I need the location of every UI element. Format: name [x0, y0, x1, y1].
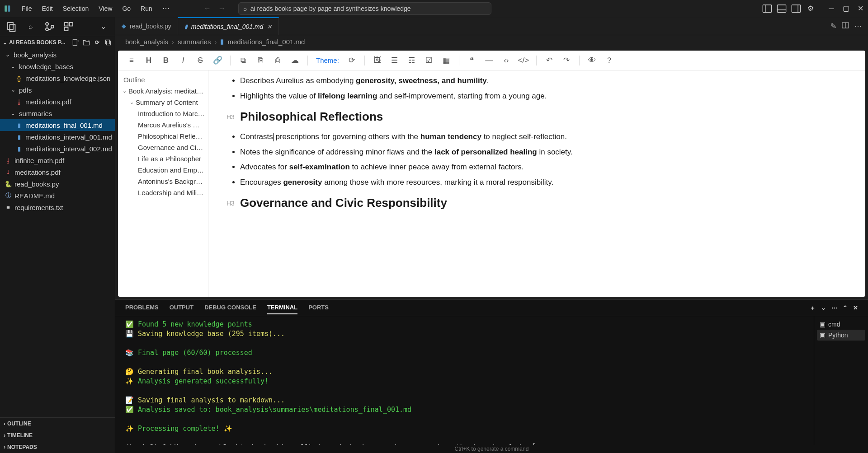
outline-item[interactable]: ⌄Summary of Content: [118, 97, 208, 108]
menu-edit[interactable]: Edit: [38, 3, 57, 14]
window-maximize-icon[interactable]: ▢: [842, 5, 850, 13]
section-timeline[interactable]: › TIMELINE: [0, 430, 115, 441]
terminal-session-python[interactable]: ▣ Python: [817, 330, 865, 341]
image-icon[interactable]: 🖼: [371, 54, 384, 67]
sync-icon[interactable]: ⟳: [345, 54, 358, 67]
folder-book-analysis[interactable]: ⌄book_analysis: [0, 49, 115, 61]
source-control-tab-icon[interactable]: [44, 21, 55, 32]
nav-forward-icon[interactable]: →: [217, 3, 227, 14]
chevron-down-icon[interactable]: ⌄: [98, 21, 108, 32]
outline-item[interactable]: Education and Emp…: [118, 164, 208, 176]
outline-item[interactable]: Introduction to Marc…: [118, 108, 208, 119]
close-panel-icon[interactable]: ✕: [853, 304, 858, 311]
refresh-icon[interactable]: ⟳: [93, 38, 101, 47]
layout-left-icon[interactable]: [762, 4, 772, 14]
file-meditations-pdf[interactable]: ⭳meditations.pdf: [0, 96, 115, 107]
command-center-search[interactable]: ⌕ ai reads books page by page and synthe…: [238, 2, 491, 15]
menu-go[interactable]: Go: [118, 3, 135, 14]
file-readme[interactable]: ⓘREADME.md: [0, 190, 115, 201]
terminal-more-icon[interactable]: ⋯: [831, 304, 837, 311]
layout-bottom-icon[interactable]: [777, 4, 787, 14]
window-close-icon[interactable]: ✕: [856, 5, 864, 13]
cloud-icon[interactable]: ☁: [288, 54, 301, 67]
menu-run[interactable]: Run: [136, 3, 157, 14]
folder-summaries[interactable]: ⌄summaries: [0, 107, 115, 119]
bold-icon[interactable]: B: [160, 54, 172, 67]
new-terminal-icon[interactable]: ＋: [810, 304, 816, 312]
split-editor-icon[interactable]: [842, 22, 849, 31]
more-actions-icon[interactable]: ⋯: [854, 22, 862, 30]
outline-item[interactable]: Leadership and Mili…: [118, 187, 208, 198]
copy-icon[interactable]: ⎘: [254, 54, 267, 67]
terminal-output[interactable]: ✅ Found 5 new knowledge points💾 Saving k…: [115, 316, 814, 445]
folder-pdfs[interactable]: ⌄pdfs: [0, 84, 115, 96]
code-icon[interactable]: ‹›: [500, 54, 513, 67]
file-meditations-interval-1[interactable]: ▮meditations_interval_001.md: [0, 131, 115, 143]
file-meditations-interval-2[interactable]: ▮meditations_interval_002.md: [0, 143, 115, 154]
strikethrough-icon[interactable]: S: [194, 54, 207, 67]
file-meditations-final[interactable]: ▮meditations_final_001.md: [0, 119, 115, 131]
markdown-content[interactable]: Describes Aurelius as embodying generosi…: [208, 70, 865, 297]
panel-tab-ports[interactable]: PORTS: [308, 301, 329, 314]
file-knowledge-json[interactable]: {}meditations_knowledge.json: [0, 72, 115, 84]
ul-icon[interactable]: ☰: [388, 54, 401, 67]
nav-back-icon[interactable]: ←: [202, 3, 213, 14]
preview-icon[interactable]: 👁: [586, 54, 599, 67]
maximize-panel-icon[interactable]: ⌃: [843, 304, 848, 311]
undo-icon[interactable]: ↶: [543, 54, 556, 67]
menu-file[interactable]: File: [17, 3, 37, 14]
redo-icon[interactable]: ↷: [560, 54, 573, 67]
panel-tab-output[interactable]: OUTPUT: [170, 301, 193, 314]
panel-tab-debug-console[interactable]: DEBUG CONSOLE: [204, 301, 256, 314]
file-read-books-py[interactable]: 🐍read_books.py: [0, 178, 115, 190]
print-icon[interactable]: ⎙: [271, 54, 284, 67]
help-icon[interactable]: ？: [603, 54, 616, 67]
close-tab-icon[interactable]: ✕: [267, 23, 272, 30]
outline-item[interactable]: Life as a Philosopher: [118, 153, 208, 164]
outline-item[interactable]: Marcus Aurelius's …: [118, 119, 208, 131]
folder-knowledge-bases[interactable]: ⌄knowledge_bases: [0, 61, 115, 72]
edit-action-icon[interactable]: ✎: [830, 22, 836, 30]
menu-overflow-icon[interactable]: ⋯: [159, 2, 173, 14]
align-icon[interactable]: ≡: [125, 54, 138, 67]
extensions-tab-icon[interactable]: [63, 21, 74, 32]
panel-tab-terminal[interactable]: TERMINAL: [267, 301, 297, 314]
breadcrumb[interactable]: book_analysis› summaries› ▮ meditations_…: [115, 35, 868, 48]
terminal-dropdown-icon[interactable]: ⌄: [821, 304, 826, 311]
ol-icon[interactable]: ☶: [406, 54, 418, 67]
checkbox-icon[interactable]: ☑: [423, 54, 435, 67]
menu-view[interactable]: View: [94, 3, 117, 14]
section-outline[interactable]: › OUTLINE: [0, 418, 115, 430]
table-icon[interactable]: ▦: [440, 54, 453, 67]
vscode-icon[interactable]: ⧉: [237, 54, 250, 67]
file-infinite-math[interactable]: ⭳infinite_math.pdf: [0, 154, 115, 166]
new-folder-icon[interactable]: [82, 38, 90, 47]
outline-item[interactable]: Governance and Ci…: [118, 142, 208, 153]
new-file-icon[interactable]: [71, 38, 80, 47]
outline-item[interactable]: Antoninus's Backgr…: [118, 176, 208, 187]
search-tab-icon[interactable]: ⌕: [25, 21, 36, 32]
hr-icon[interactable]: —: [483, 54, 495, 67]
italic-icon[interactable]: I: [177, 54, 189, 67]
outline-item[interactable]: Philosophical Refle…: [118, 131, 208, 142]
settings-gear-icon[interactable]: ⚙: [806, 4, 816, 14]
quote-icon[interactable]: ❝: [466, 54, 478, 67]
layout-right-icon[interactable]: [791, 4, 801, 14]
file-requirements[interactable]: ≡requirements.txt: [0, 201, 115, 213]
menu-selection[interactable]: Selection: [58, 3, 94, 14]
panel-tab-problems[interactable]: PROBLEMS: [125, 301, 159, 314]
tab-meditations-final[interactable]: ▮ meditations_final_001.md ✕: [178, 17, 279, 35]
codeblock-icon[interactable]: </>: [517, 54, 530, 67]
section-notepads[interactable]: › NOTEPADS: [0, 441, 115, 453]
outline-item[interactable]: ⌄Book Analysis: meditat…: [118, 85, 208, 97]
heading-icon[interactable]: H: [142, 54, 155, 67]
tab-read-books[interactable]: ◆ read_books.py: [115, 17, 178, 35]
window-minimize-icon[interactable]: ─: [827, 5, 835, 13]
explorer-tab-icon[interactable]: [6, 21, 17, 32]
chevron-down-icon[interactable]: ⌄: [3, 39, 7, 46]
theme-label[interactable]: Theme:: [314, 56, 341, 64]
terminal-session-cmd[interactable]: ▣ cmd: [817, 319, 865, 330]
file-meditations-root-pdf[interactable]: ⭳meditations.pdf: [0, 166, 115, 178]
link-icon[interactable]: 🔗: [211, 54, 224, 67]
collapse-all-icon[interactable]: [104, 38, 112, 47]
